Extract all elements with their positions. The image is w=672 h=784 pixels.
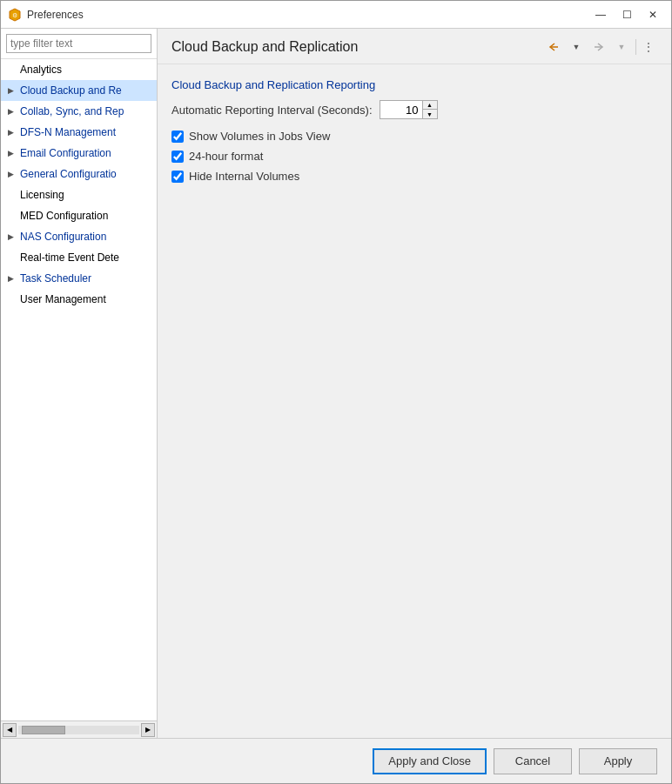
maximize-button[interactable]: ☐ [615,5,638,24]
checkbox-label-hour-format[interactable]: 24-hour format [189,150,263,163]
sidebar-item-label-cloud-backup: Cloud Backup and Re [20,84,122,97]
spinner-down-button[interactable]: ▼ [423,110,437,118]
window-title: Preferences [27,9,589,21]
cancel-button[interactable]: Cancel [494,748,572,774]
checkbox-row-show-volumes: Show Volumes in Jobs View [171,130,657,143]
sidebar-item-nas-config[interactable]: ▶NAS Configuration [1,226,157,247]
sidebar-item-label-dfs-n: DFS-N Management [20,126,116,138]
apply-and-close-button[interactable]: Apply and Close [373,748,487,774]
sidebar-item-label-realtime: Real-time Event Dete [20,251,119,264]
back-button[interactable] [543,37,564,57]
sidebar-item-user-management[interactable]: User Management [1,289,157,310]
scroll-right-button[interactable]: ▶ [141,723,155,737]
sidebar-item-licensing[interactable]: Licensing [1,184,157,205]
sidebar-item-dfs-n[interactable]: ▶DFS-N Management [1,122,157,143]
close-button[interactable]: ✕ [642,5,664,24]
sidebar-item-label-nas-config: NAS Configuration [20,231,106,243]
checkboxes-container: Show Volumes in Jobs View24-hour formatH… [171,130,657,183]
dropdown-button[interactable]: ▼ [566,37,587,57]
sidebar-item-label-general-config: General Configuratio [20,168,117,180]
checkbox-row-hour-format: 24-hour format [171,150,657,163]
sidebar-item-realtime[interactable]: Real-time Event Dete [1,247,157,268]
sidebar-item-label-collab-sync: Collab, Sync, and Rep [20,105,124,117]
checkbox-show-volumes[interactable] [171,131,184,143]
main-content: Analytics▶Cloud Backup and Re▶Collab, Sy… [1,29,671,738]
expand-arrow-nas-config: ▶ [8,232,20,241]
reporting-interval-input[interactable] [380,101,422,118]
checkbox-label-hide-internal[interactable]: Hide Internal Volumes [189,170,299,183]
sidebar-item-label-med-config: MED Configuration [20,210,108,222]
title-bar-controls: — ☐ ✕ [589,5,664,24]
sidebar-scrollbar: ◀ ▶ [1,720,157,738]
panel-header: Cloud Backup and Replication ▼ [158,29,671,64]
more-options-button[interactable]: ⋮ [640,39,657,55]
app-icon: ⚙ [8,8,22,22]
expand-arrow-email-config: ▶ [8,149,20,157]
svg-text:⚙: ⚙ [12,12,17,18]
expand-arrow-collab-sync: ▶ [8,107,20,116]
expand-arrow-general-config: ▶ [8,170,20,178]
filter-input[interactable] [6,34,151,53]
sidebar-item-label-task-scheduler: Task Scheduler [20,272,91,285]
sidebar-item-label-user-management: User Management [20,293,106,305]
sidebar-item-collab-sync[interactable]: ▶Collab, Sync, and Rep [1,101,157,122]
spinner-buttons: ▲ ▼ [422,101,437,118]
spinner-up-button[interactable]: ▲ [423,101,437,110]
sidebar-item-analytics[interactable]: Analytics [1,59,157,80]
sidebar: Analytics▶Cloud Backup and Re▶Collab, Sy… [1,29,158,738]
preferences-window: ⚙ Preferences — ☐ ✕ Analytics▶Cloud Back… [0,0,672,784]
forward-dropdown-button[interactable]: ▼ [611,37,632,57]
sidebar-item-label-email-config: Email Configuration [20,147,111,159]
reporting-interval-label: Automatic Reporting Interval (Seconds): [171,104,373,117]
forward-button[interactable] [588,37,609,57]
sidebar-item-cloud-backup[interactable]: ▶Cloud Backup and Re [1,80,157,101]
checkbox-label-show-volumes[interactable]: Show Volumes in Jobs View [189,130,330,143]
reporting-interval-row: Automatic Reporting Interval (Seconds): … [171,100,657,119]
sidebar-tree: Analytics▶Cloud Backup and Re▶Collab, Sy… [1,59,157,720]
sidebar-item-task-scheduler[interactable]: ▶Task Scheduler [1,268,157,289]
sidebar-item-email-config[interactable]: ▶Email Configuration [1,143,157,164]
checkbox-hide-internal[interactable] [171,171,184,183]
sidebar-item-label-licensing: Licensing [20,189,64,201]
expand-arrow-dfs-n: ▶ [8,128,20,137]
section-title: Cloud Backup and Replication Reporting [171,78,657,91]
scroll-track[interactable] [18,726,139,734]
sidebar-item-med-config[interactable]: MED Configuration [1,205,157,226]
apply-button[interactable]: Apply [579,748,657,774]
toolbar-separator [635,39,636,55]
panel-body: Cloud Backup and Replication Reporting A… [158,64,671,738]
sidebar-item-label-analytics: Analytics [20,64,62,76]
minimize-button[interactable]: — [589,5,612,24]
panel-toolbar: ▼ ▼ ⋮ [543,37,657,57]
checkbox-row-hide-internal: Hide Internal Volumes [171,170,657,183]
footer: Apply and Close Cancel Apply [1,738,671,783]
reporting-interval-spinner: ▲ ▼ [380,100,438,119]
right-panel: Cloud Backup and Replication ▼ [158,29,671,738]
checkbox-hour-format[interactable] [171,151,184,163]
expand-arrow-task-scheduler: ▶ [8,274,20,283]
scroll-left-button[interactable]: ◀ [3,723,17,737]
sidebar-item-general-config[interactable]: ▶General Configuratio [1,164,157,184]
title-bar: ⚙ Preferences — ☐ ✕ [1,1,671,29]
panel-title: Cloud Backup and Replication [171,39,358,55]
expand-arrow-cloud-backup: ▶ [8,86,20,95]
scroll-thumb[interactable] [22,726,65,734]
sidebar-filter-area [1,29,157,59]
